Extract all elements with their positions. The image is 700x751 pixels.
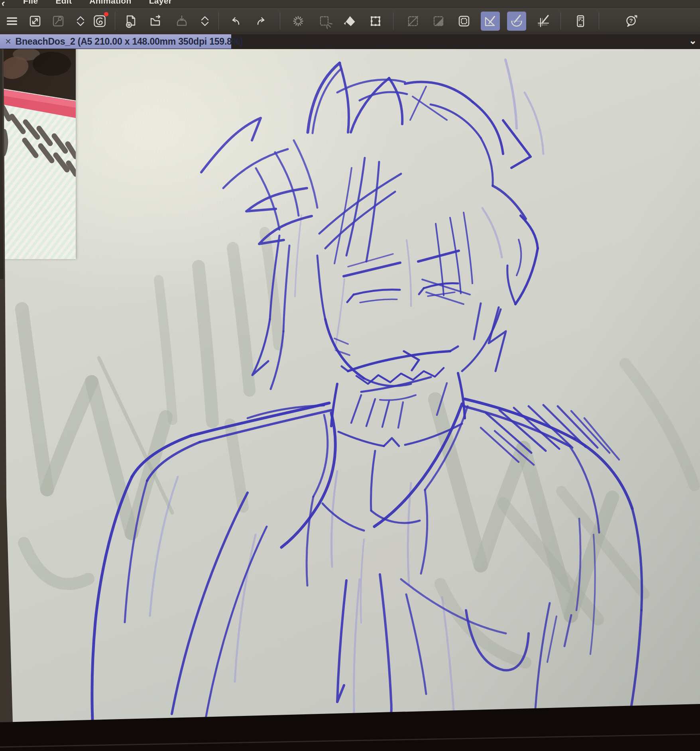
toolbar-separator	[560, 12, 561, 30]
fill-button[interactable]	[340, 12, 360, 31]
canvas-sketch[interactable]	[0, 0, 700, 751]
snap-to-grid-button[interactable]	[534, 12, 553, 31]
document-tab-title: BneachDos_2 (A5 210.00 x 148.00mm 350dpi…	[16, 36, 243, 47]
close-tab-icon[interactable]: ✕	[5, 37, 12, 46]
main-menu-button[interactable]	[2, 12, 22, 31]
invert-selection-button[interactable]	[429, 12, 448, 31]
toolbar: ?	[0, 7, 700, 35]
select-area-button[interactable]	[315, 12, 334, 31]
notification-badge	[104, 12, 108, 16]
toolbar-separator	[599, 12, 599, 30]
menu-item-animation[interactable]: Animation	[89, 0, 131, 6]
snap-to-ruler-button[interactable]	[481, 12, 500, 31]
clip-studio-button[interactable]	[90, 12, 109, 31]
toolbar-separator	[115, 12, 115, 30]
menu-item-file[interactable]: File	[23, 0, 38, 6]
deselect-button[interactable]	[403, 12, 423, 31]
collapse-group-button[interactable]	[71, 12, 90, 31]
collapse-group-button-2[interactable]	[195, 12, 214, 31]
reference-image-panel[interactable]	[2, 47, 76, 259]
help-button[interactable]: ?	[622, 12, 641, 31]
back-arrow-icon[interactable]: ‹	[0, 0, 6, 7]
menu-item-layer[interactable]: Layer	[149, 0, 172, 6]
svg-text:?: ?	[629, 17, 633, 24]
menu-bar: ‹ File Edit Animation Layer	[0, 0, 700, 7]
undo-button[interactable]	[226, 12, 245, 31]
snap-to-special-ruler-button[interactable]	[507, 12, 526, 31]
new-canvas-button[interactable]	[121, 12, 140, 31]
menu-item-edit[interactable]: Edit	[55, 0, 72, 6]
redo-button[interactable]	[252, 12, 271, 31]
companion-device-button[interactable]	[571, 12, 590, 31]
document-tab[interactable]: ✕ BneachDos_2 (A5 210.00 x 148.00mm 350d…	[0, 34, 231, 49]
chevron-down-icon[interactable]: ⌄	[689, 35, 697, 46]
transform-button[interactable]	[366, 12, 385, 31]
window-scale-button[interactable]	[26, 12, 45, 31]
toolbar-separator	[280, 12, 280, 30]
reference-image	[2, 47, 76, 259]
toolbar-separator	[218, 12, 219, 30]
open-file-button[interactable]	[147, 12, 166, 31]
document-tab-bar: ✕ BneachDos_2 (A5 210.00 x 148.00mm 350d…	[0, 34, 700, 49]
processing-indicator[interactable]	[289, 12, 308, 31]
selection-border-button[interactable]	[454, 12, 474, 31]
canvas-tool-button[interactable]	[49, 12, 68, 31]
toolbar-separator	[393, 12, 393, 30]
save-button[interactable]	[172, 12, 191, 31]
